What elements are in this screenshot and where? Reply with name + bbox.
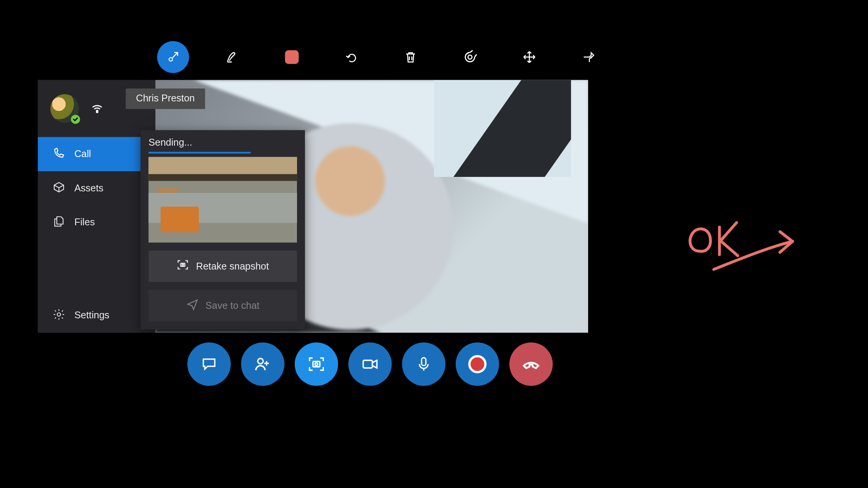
snapshot-button[interactable] [295, 342, 338, 386]
phone-icon [53, 146, 65, 162]
save-to-chat-button: Save to chat [149, 290, 297, 321]
annotation [680, 210, 811, 278]
retake-label: Retake snapshot [196, 260, 269, 272]
snapshot-preview [149, 157, 297, 243]
save-label: Save to chat [206, 300, 259, 311]
svg-point-6 [258, 358, 263, 364]
sidebar-item-settings[interactable]: Settings [38, 299, 140, 333]
sidebar: Call Assets Files [38, 80, 140, 333]
undo-icon[interactable] [335, 41, 367, 73]
avatar[interactable] [50, 94, 79, 123]
upload-progress [149, 152, 251, 153]
app-window: Call Assets Files [38, 80, 588, 333]
box-icon [53, 181, 65, 196]
draw-icon[interactable] [217, 41, 249, 73]
presence-badge [71, 115, 80, 124]
sidebar-item-label: Assets [74, 183, 103, 194]
pin-icon[interactable] [573, 41, 605, 73]
svg-point-0 [169, 58, 172, 61]
participant-name: Chris Preston [136, 93, 195, 104]
snapshot-panel: Sending... Retake snapshot Save to chat [141, 130, 305, 329]
retake-snapshot-button[interactable]: Retake snapshot [149, 250, 297, 282]
chat-button[interactable] [187, 342, 231, 386]
files-icon [53, 215, 65, 230]
sidebar-item-call[interactable]: Call [38, 137, 140, 171]
sidebar-item-label: Files [74, 217, 95, 228]
video-button[interactable] [348, 342, 392, 386]
record-button[interactable] [456, 342, 499, 386]
svg-rect-10 [421, 358, 426, 366]
camera-focus-icon [177, 258, 189, 274]
sidebar-item-label: Settings [74, 310, 109, 321]
svg-point-8 [315, 363, 318, 366]
move-arrows-icon[interactable] [513, 41, 545, 73]
end-call-button[interactable] [510, 342, 553, 386]
call-controls [187, 342, 553, 386]
shrink-icon[interactable] [157, 41, 189, 73]
target-icon[interactable] [454, 41, 486, 73]
send-icon [186, 298, 199, 313]
wifi-icon [90, 101, 104, 117]
sidebar-header [38, 80, 140, 137]
snapshot-status: Sending... [141, 130, 305, 152]
sidebar-item-files[interactable]: Files [38, 205, 140, 240]
svg-point-2 [96, 111, 98, 113]
sidebar-item-assets[interactable]: Assets [38, 171, 140, 205]
svg-rect-9 [363, 360, 372, 368]
gear-icon [53, 308, 65, 323]
participant-name-tag: Chris Preston [126, 88, 205, 109]
stop-icon[interactable] [276, 41, 308, 73]
sidebar-item-label: Call [74, 148, 91, 160]
mic-button[interactable] [402, 342, 445, 386]
svg-point-1 [468, 55, 472, 59]
record-icon [468, 355, 487, 373]
top-toolbar [157, 41, 605, 73]
svg-point-5 [182, 264, 183, 265]
add-person-button[interactable] [241, 342, 285, 386]
trash-icon[interactable] [395, 41, 427, 73]
svg-point-3 [57, 313, 61, 316]
